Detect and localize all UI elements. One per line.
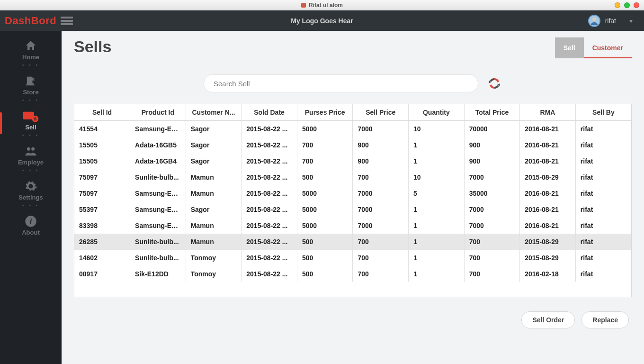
cell-qty: 1	[409, 137, 465, 153]
col-header[interactable]: Sold Date	[242, 104, 297, 121]
table-row[interactable]: 55397Samsung-E250Sagor2015-08-22 ...5000…	[74, 201, 631, 218]
cell-customer: Sagor	[186, 121, 242, 137]
info-icon: i	[0, 215, 62, 228]
cell-sell: 700	[353, 266, 409, 282]
sidebar-item-employe[interactable]: Employe • • •	[0, 141, 62, 176]
cell-rma: 2016-08-21	[520, 185, 576, 201]
refresh-icon[interactable]	[487, 76, 502, 91]
replace-button[interactable]: Replace	[581, 311, 629, 328]
cell-customer: Sagor	[186, 137, 242, 153]
sidebar-item-home[interactable]: Home • • •	[0, 36, 62, 71]
app-favicon-icon	[301, 3, 306, 8]
sidebar-item-about[interactable]: i About • • •	[0, 211, 62, 246]
search-input[interactable]	[214, 80, 468, 88]
table-row[interactable]: 41554Samsung-E250Sagor2015-08-22 ...5000…	[74, 121, 631, 137]
cell-sell_id: 55397	[74, 201, 130, 218]
table-row[interactable]: 75097Sunlite-bulb...Mamun2015-08-22 ...5…	[74, 169, 631, 185]
cell-qty: 1	[409, 266, 465, 282]
cell-sell: 700	[353, 250, 409, 266]
col-header[interactable]: Purses Price	[297, 104, 353, 121]
cell-sold_date: 2015-08-22 ...	[242, 234, 297, 250]
table-row[interactable]: 75097Samsung-E250Mamun2015-08-22 ...5000…	[74, 185, 631, 201]
cell-sell_id: 15505	[74, 153, 130, 169]
content: Sells Sell Customer	[62, 31, 644, 364]
col-header[interactable]: Customer N...	[186, 104, 242, 121]
cell-rma: 2016-08-21	[520, 137, 576, 153]
cell-rma: 2016-08-21	[520, 201, 576, 218]
cell-sold_date: 2015-08-22 ...	[242, 250, 297, 266]
close-button[interactable]	[634, 2, 639, 8]
menu-toggle-icon[interactable]	[61, 16, 73, 26]
gear-icon	[0, 180, 62, 193]
col-header[interactable]: Quantity	[409, 104, 465, 121]
cell-by: rifat	[575, 137, 631, 153]
tab-customer[interactable]: Customer	[584, 37, 632, 58]
cell-qty: 1	[409, 201, 465, 218]
sidebar-item-label: Store	[0, 89, 62, 96]
table-row[interactable]: 14602Sunlite-bulb...Tonmoy2015-08-22 ...…	[74, 250, 631, 266]
table-row[interactable]: 15505Adata-16GB5Sagor2015-08-22 ...70090…	[74, 137, 631, 153]
col-header[interactable]: Sell Price	[353, 104, 409, 121]
cell-purses: 700	[297, 137, 353, 153]
cell-sell: 7000	[353, 185, 409, 201]
svg-point-5	[31, 147, 35, 151]
col-header[interactable]: Sell By	[575, 104, 631, 121]
cell-qty: 10	[409, 169, 465, 185]
table-row[interactable]: 83398Samsung-E250Mamun2015-08-22 ...5000…	[74, 218, 631, 234]
cell-rma: 2016-02-18	[520, 266, 576, 282]
cell-product_id: Sik-E12DD	[130, 266, 186, 282]
cell-qty: 1	[409, 234, 465, 250]
table-row[interactable]: 26285Sunlite-bulb...Mamun2015-08-22 ...5…	[74, 234, 631, 250]
cell-sold_date: 2015-08-22 ...	[242, 201, 297, 218]
cell-sell_id: 14602	[74, 250, 130, 266]
cell-sell_id: 83398	[74, 218, 130, 234]
cell-sell: 7000	[353, 121, 409, 137]
cell-qty: 1	[409, 153, 465, 169]
cell-product_id: Sunlite-bulb...	[130, 250, 186, 266]
cell-product_id: Adata-16GB5	[130, 137, 186, 153]
cell-purses: 5000	[297, 185, 353, 201]
cell-sold_date: 2015-08-22 ...	[242, 121, 297, 137]
sells-table: Sell IdProduct IdCustomer N...Sold DateP…	[74, 104, 632, 297]
search-wrap	[204, 74, 478, 92]
cell-rma: 2015-08-29	[520, 250, 576, 266]
window-title: Rifat ul alom	[309, 2, 343, 9]
cell-sold_date: 2015-08-22 ...	[242, 218, 297, 234]
svg-point-0	[592, 17, 596, 20]
minimize-button[interactable]	[615, 2, 620, 8]
sidebar: Home • • • Store • • • $ Sell • • • Empl…	[0, 31, 62, 364]
cell-sell: 7000	[353, 201, 409, 218]
col-header[interactable]: Total Price	[464, 104, 520, 121]
sell-order-button[interactable]: Sell Order	[521, 311, 575, 328]
cell-rma: 2015-08-29	[520, 234, 576, 250]
svg-text:i: i	[30, 217, 32, 226]
cell-sold_date: 2015-08-22 ...	[242, 185, 297, 201]
col-header[interactable]: RMA	[520, 104, 576, 121]
sidebar-item-settings[interactable]: Settings • • •	[0, 176, 62, 211]
cell-customer: Mamun	[186, 185, 242, 201]
cell-product_id: Samsung-E250	[130, 121, 186, 137]
table-row[interactable]: 15505Adata-16GB4Sagor2015-08-22 ...70090…	[74, 153, 631, 169]
col-header[interactable]: Sell Id	[74, 104, 130, 121]
sidebar-item-sell[interactable]: $ Sell • • •	[0, 106, 62, 141]
header-logo-text: My Logo Goes Hear	[291, 17, 353, 25]
sidebar-item-store[interactable]: Store • • •	[0, 71, 62, 106]
cell-by: rifat	[575, 169, 631, 185]
cell-by: rifat	[575, 201, 631, 218]
window-titlebar: Rifat ul alom	[0, 0, 644, 10]
cell-purses: 700	[297, 153, 353, 169]
maximize-button[interactable]	[624, 2, 630, 8]
window-controls	[615, 2, 639, 8]
cell-total: 7000	[464, 218, 520, 234]
cell-sold_date: 2015-08-22 ...	[242, 169, 297, 185]
store-icon	[0, 74, 62, 88]
chevron-down-icon: ▾	[629, 17, 633, 25]
cell-rma: 2016-08-21	[520, 121, 576, 137]
user-menu[interactable]: rifat ▾	[588, 15, 644, 27]
table-row[interactable]: 00917Sik-E12DDTonmoy2015-08-22 ...500700…	[74, 266, 631, 282]
cell-sold_date: 2015-08-22 ...	[242, 266, 297, 282]
cell-purses: 500	[297, 250, 353, 266]
cell-purses: 500	[297, 169, 353, 185]
col-header[interactable]: Product Id	[130, 104, 186, 121]
tab-sell[interactable]: Sell	[555, 37, 584, 58]
